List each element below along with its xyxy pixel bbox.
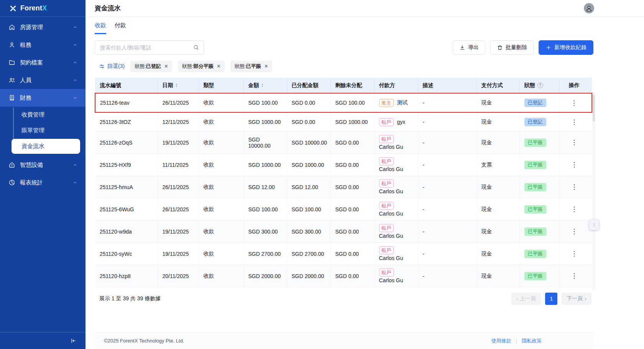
record-actions: ⋮ <box>559 221 592 243</box>
home-icon <box>8 24 15 31</box>
page-title: 資金流水 <box>95 4 121 13</box>
kebab-menu-icon[interactable]: ⋮ <box>568 183 580 191</box>
user-avatar[interactable] <box>584 3 594 13</box>
record-payment-method: 現金 <box>476 176 519 198</box>
chevron-up-icon <box>72 42 78 48</box>
column-header-3[interactable]: 金額▲▼ <box>243 78 287 93</box>
tab-receipts[interactable]: 收款 <box>95 22 106 34</box>
sidebar-item-leasing[interactable]: 租務 <box>0 36 85 54</box>
export-button[interactable]: 導出 <box>453 40 485 55</box>
content: 收款付款 導出 批量刪除 <box>85 17 644 349</box>
record-description: - <box>418 93 476 112</box>
record-payer: 租戶Carlos Gu <box>374 221 418 243</box>
filter-chip-1[interactable]: 狀態:部分平賬× <box>178 61 225 72</box>
sort-icon[interactable]: ▲▼ <box>261 83 264 87</box>
link-divider: | <box>516 338 517 344</box>
table-row[interactable]: 251125-HXf911/11/2025收款SGD 1000.00SGD 10… <box>95 154 592 176</box>
filter-chip-0[interactable]: 狀態:已登記× <box>130 61 172 72</box>
next-page-button[interactable]: 下一頁 › <box>562 293 591 305</box>
search-icon[interactable] <box>193 44 199 51</box>
record-status: 已平賬 <box>519 243 559 265</box>
table-row[interactable]: 251120-hzp820/11/2025收款SGD 2000.00SGD 20… <box>95 265 592 287</box>
sidebar-item-bill-management[interactable]: 賬單管理 <box>12 123 80 138</box>
sidebar-item-reports[interactable]: 報表統計 <box>0 174 85 191</box>
record-payer: 租戶Carlos Gu <box>374 198 418 221</box>
bulk-delete-button[interactable]: 批量刪除 <box>490 40 534 55</box>
chevron-up-icon <box>72 162 78 168</box>
record-amount: SGD 1000.00 <box>243 154 287 176</box>
toolbar: 導出 批量刪除 新增收款紀錄 <box>95 40 593 55</box>
user-icon <box>8 41 15 48</box>
record-payment-method: 現金 <box>476 198 519 221</box>
sidebar-item-label: 財務 <box>20 94 68 102</box>
sidebar-item-label: 報表統計 <box>20 179 68 186</box>
record-status: 已平賬 <box>519 132 559 154</box>
chip-label: 狀態:已平賬 <box>235 63 261 70</box>
record-date: 11/11/2025 <box>158 154 199 176</box>
svg-text:$: $ <box>11 96 13 99</box>
table-row[interactable]: 251120-syWc19/11/2025收款SGD 2700.00SGD 27… <box>95 243 592 265</box>
table-row[interactable]: 251126-zOqS19/11/2025收款SGD 10000.00SGD 1… <box>95 132 592 154</box>
table-scrollbar[interactable] <box>592 94 595 291</box>
column-header-0: 流水編號 <box>95 78 158 93</box>
sidebar-item-contracts[interactable]: 契約檔案 <box>0 54 85 71</box>
page-footer: ©2025 ForentX Technology Pte. Ltd. 使用條款 … <box>95 332 593 349</box>
kebab-menu-icon[interactable]: ⋮ <box>568 228 580 235</box>
tab-payments[interactable]: 付款 <box>115 22 126 34</box>
filter-chips: 狀態:已登記×狀態:部分平賬×狀態:已平賬× <box>130 61 272 72</box>
record-amount: SGD 12.00 <box>243 176 287 198</box>
kebab-menu-icon[interactable]: ⋮ <box>568 250 580 257</box>
column-header-1[interactable]: 日期▲▼ <box>158 78 199 93</box>
close-icon[interactable]: × <box>217 63 220 69</box>
sidebar-item-fund-flow[interactable]: 資金流水 <box>12 139 80 154</box>
floating-widget-handle[interactable]: ⋮ <box>589 219 599 230</box>
sidebar-item-smart-devices[interactable]: 智慧設備 <box>0 156 85 174</box>
privacy-link[interactable]: 隱私政策 <box>522 337 542 344</box>
sort-icon[interactable]: ▲▼ <box>176 83 178 87</box>
close-icon[interactable]: × <box>264 63 268 69</box>
record-status: 已平賬 <box>519 154 559 176</box>
table-header: 流水編號日期▲▼類型金額▲▼已分配金額剩餘未分配付款方描述支付方式狀態?操作 <box>95 78 592 93</box>
record-payer: 租戶Carlos Gu <box>374 176 418 198</box>
sidebar-item-properties[interactable]: 房源管理 <box>0 18 85 36</box>
column-header-2: 類型 <box>199 78 243 93</box>
prev-page-button[interactable]: ‹ 上一頁 <box>511 293 541 305</box>
record-type: 收款 <box>199 93 243 112</box>
kebab-menu-icon[interactable]: ⋮ <box>568 99 580 107</box>
add-receipt-button[interactable]: 新增收款紀錄 <box>539 40 593 55</box>
scrollbar-thumb[interactable] <box>593 95 595 122</box>
sidebar-item-finance[interactable]: $財務 <box>0 89 85 107</box>
table-row[interactable]: 251126-3tOZ12/11/2025收款SGD 1000.00SGD 0.… <box>95 112 592 132</box>
kebab-menu-icon[interactable]: ⋮ <box>568 161 580 168</box>
page-number-button[interactable]: 1 <box>545 293 557 305</box>
payer-tag: 租戶 <box>379 246 394 254</box>
table-row[interactable]: 251120-w9da19/11/2025收款SGD 300.00SGD 300… <box>95 221 592 243</box>
kebab-menu-icon[interactable]: ⋮ <box>568 119 580 126</box>
filter-chip-2[interactable]: 狀態:已平賬× <box>230 61 272 72</box>
filter-button[interactable]: 篩選(3) <box>99 63 125 70</box>
record-type: 收款 <box>199 265 243 287</box>
payer-tag: 業主 <box>379 99 394 107</box>
payer-tag: 租戶 <box>379 157 394 165</box>
kebab-menu-icon[interactable]: ⋮ <box>568 206 580 213</box>
table-body: 251126-teav26/11/2025收款SGD 100.00SGD 0.0… <box>95 93 592 287</box>
help-icon[interactable]: ? <box>537 82 543 88</box>
terms-link[interactable]: 使用條款 <box>491 337 511 344</box>
sidebar-item-fee-management[interactable]: 收費管理 <box>12 107 80 122</box>
column-header-10: 操作 <box>559 78 592 93</box>
table-row[interactable]: 251125-6WuG26/11/2025收款SGD 100.00SGD 100… <box>95 198 592 221</box>
close-icon[interactable]: × <box>164 63 168 69</box>
record-id: 251120-hzp8 <box>95 265 158 287</box>
search-input[interactable] <box>95 40 204 55</box>
chip-label: 狀態:已登記 <box>135 63 161 70</box>
kebab-menu-icon[interactable]: ⋮ <box>568 272 580 280</box>
collapse-sidebar-icon[interactable] <box>70 337 76 344</box>
smart-device-icon <box>8 161 15 168</box>
table-row[interactable]: 251125-hmuA26/11/2025收款SGD 12.00SGD 12.0… <box>95 176 592 198</box>
payer-tag: 租戶 <box>379 268 394 277</box>
sidebar-item-people[interactable]: 人員 <box>0 71 85 89</box>
payer-name: Carlos Gu <box>379 188 415 194</box>
record-remaining: SGD 0.00 <box>330 265 374 287</box>
table-row[interactable]: 251126-teav26/11/2025收款SGD 100.00SGD 0.0… <box>95 93 592 112</box>
kebab-menu-icon[interactable]: ⋮ <box>568 139 580 146</box>
